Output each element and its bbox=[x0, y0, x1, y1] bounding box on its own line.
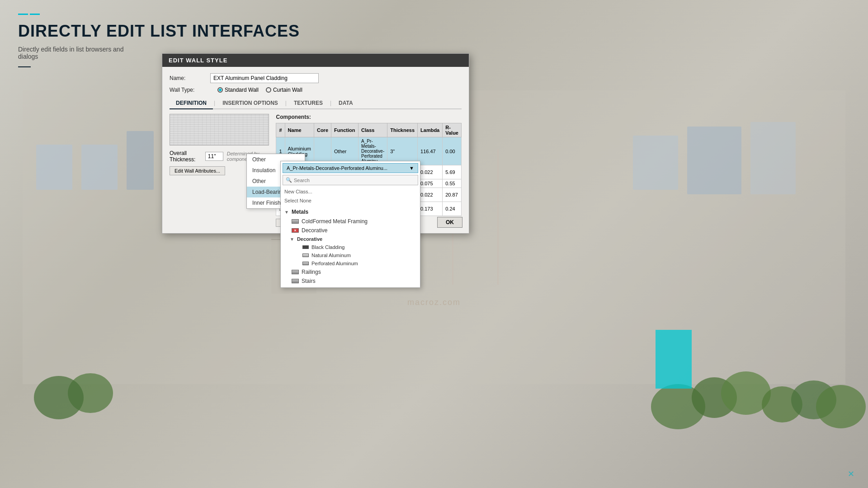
cell-rvalue: 0.55 bbox=[443, 179, 462, 188]
wall-type-row: Wall Type: Standard Wall Curtain Wall bbox=[170, 87, 462, 93]
stairs-label: Stairs bbox=[302, 278, 316, 284]
col-name: Name bbox=[285, 123, 314, 137]
tab-textures[interactable]: TEXTURES bbox=[288, 98, 329, 109]
wall-preview bbox=[170, 114, 269, 145]
thickness-input[interactable] bbox=[205, 152, 223, 161]
decorative-arrow-icon: ▼ bbox=[290, 237, 294, 242]
cell-lambda: 0.022 bbox=[418, 165, 443, 179]
material-tree: ▼ Metals ColdFormed Metal Framing × Deco… bbox=[281, 205, 420, 287]
black-cladding-item[interactable]: Black Cladding bbox=[286, 243, 420, 251]
cell-lambda: 0.075 bbox=[418, 179, 443, 188]
brand-line-1 bbox=[18, 14, 28, 15]
material-search-bar: 🔍 bbox=[283, 175, 418, 185]
cell-rvalue: 0.00 bbox=[443, 137, 462, 165]
material-class-dropdown: A_Pr-Metals-Decorative-Perforated Alumin… bbox=[280, 161, 420, 288]
name-label: Name: bbox=[170, 75, 210, 81]
svg-point-12 bbox=[816, 385, 866, 428]
svg-rect-3 bbox=[127, 131, 154, 190]
svg-rect-1 bbox=[36, 145, 72, 190]
curtain-wall-radio[interactable]: Curtain Wall bbox=[266, 87, 302, 93]
standard-wall-label: Standard Wall bbox=[225, 87, 259, 93]
metals-group-label: Metals bbox=[292, 209, 308, 215]
svg-rect-17 bbox=[497, 149, 499, 285]
search-icon: 🔍 bbox=[286, 177, 292, 183]
col-core: Core bbox=[314, 123, 331, 137]
material-dropdown-arrow: ▼ bbox=[409, 165, 414, 171]
cell-lambda: 116.47 bbox=[418, 137, 443, 165]
railings-label: Railings bbox=[302, 269, 321, 275]
coldformed-icon bbox=[292, 219, 299, 224]
col-lambda: Lambda bbox=[418, 123, 443, 137]
col-num: # bbox=[276, 123, 285, 137]
bottom-right-close-icon: ✕ bbox=[848, 469, 854, 479]
main-title: DIRECTLY EDIT LIST INTERFACES bbox=[18, 22, 300, 40]
decorative-x-label: Decorative bbox=[302, 227, 327, 234]
decorative-subgroup-header[interactable]: ▼ Decorative bbox=[286, 235, 420, 243]
wall-type-label: Wall Type: bbox=[170, 87, 210, 93]
stairs-item[interactable]: Stairs bbox=[281, 277, 420, 286]
railings-item[interactable]: Railings bbox=[281, 267, 420, 277]
curtain-wall-radio-btn[interactable] bbox=[266, 87, 271, 93]
col-rvalue: R-Value bbox=[443, 123, 462, 137]
svg-rect-2 bbox=[81, 145, 118, 190]
select-none-action[interactable]: Select None bbox=[281, 196, 420, 205]
standard-wall-radio[interactable]: Standard Wall bbox=[217, 87, 259, 93]
coldformed-item[interactable]: ColdFormed Metal Framing bbox=[281, 217, 420, 226]
tab-data[interactable]: DATA bbox=[332, 98, 359, 109]
decorative-x-item[interactable]: × Decorative bbox=[281, 226, 420, 235]
cyan-highlight bbox=[656, 330, 692, 389]
new-class-action[interactable]: New Class... bbox=[281, 187, 420, 196]
cell-lambda: 0.022 bbox=[418, 188, 443, 202]
natural-aluminum-icon bbox=[302, 253, 309, 257]
dialog-title: EDIT WALL STYLE bbox=[162, 54, 469, 67]
perforated-aluminum-icon bbox=[302, 262, 309, 265]
name-input[interactable] bbox=[210, 73, 319, 83]
brand-lines bbox=[18, 14, 300, 15]
natural-aluminum-item[interactable]: Natural Aluminum bbox=[286, 251, 420, 259]
metals-arrow-icon: ▼ bbox=[284, 210, 289, 215]
components-label: Components: bbox=[276, 114, 462, 120]
perforated-aluminum-item[interactable]: Perforated Aluminum bbox=[286, 259, 420, 267]
tab-insertion-options[interactable]: INSERTION OPTIONS bbox=[216, 98, 284, 109]
decorative-subgroup-label: Decorative bbox=[297, 236, 322, 242]
material-selected-text: A_Pr-Metals-Decorative-Perforated Alumin… bbox=[287, 165, 387, 171]
subtitle: Directly edit fields in list browsers an… bbox=[18, 46, 136, 60]
natural-aluminum-label: Natural Aluminum bbox=[311, 253, 351, 258]
svg-rect-4 bbox=[633, 136, 678, 190]
metals-group: ▼ Metals ColdFormed Metal Framing × Deco… bbox=[281, 207, 420, 286]
svg-point-14 bbox=[34, 376, 84, 419]
tab-definition[interactable]: DEFINITION bbox=[170, 98, 213, 109]
col-class: Class bbox=[359, 123, 387, 137]
coldformed-label: ColdFormed Metal Framing bbox=[302, 218, 368, 225]
curtain-wall-label: Curtain Wall bbox=[273, 87, 302, 93]
black-cladding-icon bbox=[302, 245, 309, 249]
material-search-input[interactable] bbox=[294, 178, 415, 183]
col-function: Function bbox=[331, 123, 359, 137]
black-cladding-label: Black Cladding bbox=[311, 244, 344, 250]
dash-line bbox=[18, 66, 31, 67]
name-row: Name: bbox=[170, 73, 462, 83]
ok-button[interactable]: OK bbox=[437, 217, 462, 228]
brand-line-2 bbox=[30, 14, 40, 15]
thickness-label: Overall Thickness: bbox=[170, 150, 202, 163]
stairs-icon bbox=[292, 279, 299, 283]
railings-icon bbox=[292, 270, 299, 274]
decorative-subgroup: ▼ Decorative Black Cladding Natural Alum… bbox=[281, 235, 420, 267]
dialog-tabs: DEFINITION | INSERTION OPTIONS | TEXTURE… bbox=[170, 98, 462, 109]
col-thickness: Thickness bbox=[387, 123, 418, 137]
cell-rvalue: 0.24 bbox=[443, 202, 462, 216]
cell-rvalue: 5.69 bbox=[443, 165, 462, 179]
material-selected-bar[interactable]: A_Pr-Metals-Decorative-Perforated Alumin… bbox=[283, 163, 418, 173]
perforated-aluminum-label: Perforated Aluminum bbox=[311, 261, 358, 266]
cell-lambda: 0.173 bbox=[418, 202, 443, 216]
svg-rect-5 bbox=[687, 127, 741, 194]
edit-attrs-btn[interactable]: Edit Wall Attributes... bbox=[170, 166, 225, 175]
decorative-x-icon: × bbox=[292, 228, 299, 233]
standard-wall-radio-btn[interactable] bbox=[217, 87, 223, 93]
metals-group-header[interactable]: ▼ Metals bbox=[281, 207, 420, 217]
svg-rect-6 bbox=[750, 122, 796, 194]
cell-rvalue: 20.87 bbox=[443, 188, 462, 202]
